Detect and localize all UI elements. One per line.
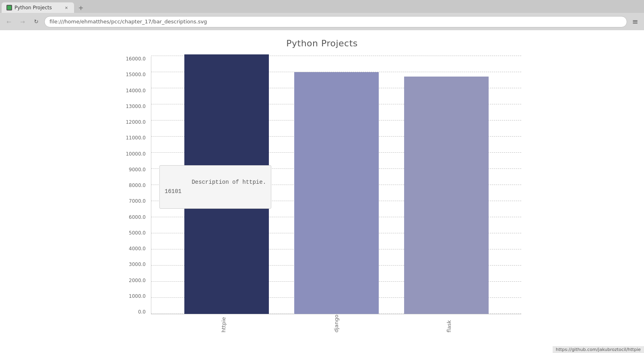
- y-axis-label: 1000.0: [121, 294, 149, 299]
- y-axis-label: 7000.0: [121, 199, 149, 203]
- status-url: https://github.com/jakubroztocil/httpie: [556, 347, 641, 352]
- bar-group-flask: [404, 77, 489, 314]
- address-bar[interactable]: file:///home/ehmatthes/pcc/chapter_17/ba…: [44, 16, 627, 27]
- tab-bar: Python Projects ✕ +: [0, 0, 644, 13]
- svg-rect-0: [7, 6, 11, 10]
- chart-area: 0.01000.02000.03000.04000.05000.06000.07…: [121, 56, 523, 330]
- y-axis-label: 9000.0: [121, 167, 149, 172]
- y-axis-label: 3000.0: [121, 262, 149, 267]
- forward-button[interactable]: →: [17, 16, 28, 27]
- nav-bar: ← → ↻ file:///home/ehmatthes/pcc/chapter…: [0, 13, 644, 30]
- menu-button[interactable]: ≡: [630, 16, 641, 27]
- reload-button[interactable]: ↻: [31, 16, 42, 27]
- y-axis-label: 6000.0: [121, 215, 149, 220]
- bar-group-django: [294, 72, 379, 314]
- tab-title: Python Projects: [14, 5, 52, 10]
- back-button[interactable]: ←: [3, 16, 14, 27]
- y-axis-label: 8000.0: [121, 183, 149, 188]
- y-axis-label: 10000.0: [121, 152, 149, 156]
- x-axis: httpiedjangoflask: [151, 316, 521, 332]
- y-axis-label: 15000.0: [121, 72, 149, 77]
- bar-httpie[interactable]: [184, 54, 269, 314]
- y-axis-label: 2000.0: [121, 278, 149, 283]
- y-axis-label: 13000.0: [121, 104, 149, 109]
- y-axis-label: 4000.0: [121, 246, 149, 251]
- browser-chrome: Python Projects ✕ + ← → ↻ file:///home/e…: [0, 0, 644, 30]
- bar-group-httpie: [184, 54, 269, 314]
- tab-close-button[interactable]: ✕: [64, 5, 69, 10]
- x-label-django: django: [333, 320, 339, 332]
- chart-title: Python Projects: [286, 38, 357, 48]
- active-tab[interactable]: Python Projects ✕: [2, 2, 74, 13]
- status-bar: https://github.com/jakubroztocil/httpie: [553, 346, 644, 353]
- chart-plot: Description of httpie. 16101: [151, 56, 521, 314]
- new-tab-button[interactable]: +: [76, 2, 86, 13]
- y-axis: 0.01000.02000.03000.04000.05000.06000.07…: [121, 56, 149, 314]
- y-axis-label: 5000.0: [121, 230, 149, 235]
- x-label-httpie: httpie: [221, 320, 227, 332]
- y-axis-label: 11000.0: [121, 135, 149, 140]
- y-axis-label: 12000.0: [121, 120, 149, 125]
- bar-django[interactable]: [294, 72, 379, 314]
- tab-favicon: [6, 5, 12, 10]
- y-axis-label: 14000.0: [121, 88, 149, 93]
- bars-wrapper: [151, 56, 521, 314]
- address-text: file:///home/ehmatthes/pcc/chapter_17/ba…: [50, 19, 207, 25]
- bar-flask[interactable]: [404, 77, 489, 314]
- y-axis-label: 16000.0: [121, 56, 149, 61]
- page-content: Python Projects 0.01000.02000.03000.0400…: [0, 30, 644, 353]
- x-label-flask: flask: [446, 320, 452, 332]
- y-axis-label: 0.0: [121, 309, 149, 314]
